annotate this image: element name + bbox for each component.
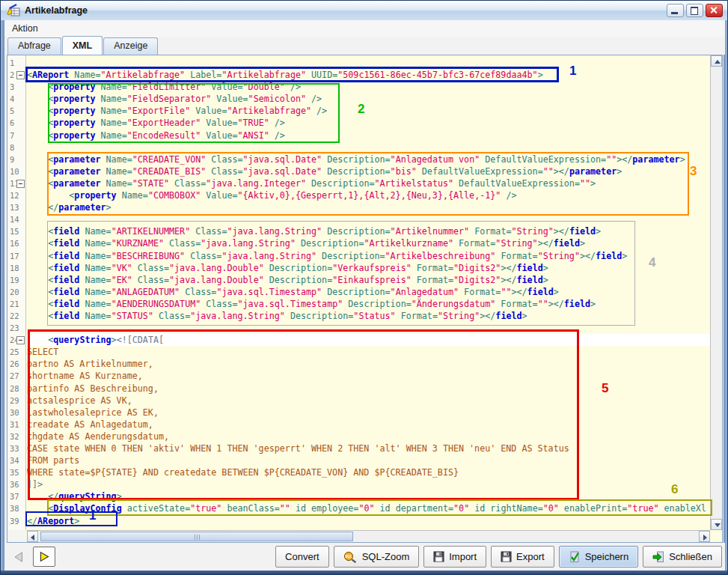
code-token: "" xyxy=(606,154,617,165)
code-line[interactable] xyxy=(27,322,710,334)
code-token: ></ xyxy=(548,299,564,309)
code-token: "java.lang.String" xyxy=(221,251,316,261)
speichern-button[interactable]: Speichern xyxy=(559,546,639,568)
code-token: ></ xyxy=(538,238,554,249)
code-line[interactable]: WHERE state=$P{STATE} AND createdate BET… xyxy=(27,466,710,478)
code-line[interactable]: </parameter> xyxy=(27,201,710,213)
code-token: field xyxy=(53,299,79,309)
code-line[interactable]: <field Name="AENDERUNGSDATUM" Class="jav… xyxy=(27,298,710,310)
code-line[interactable]: lastwholesaleprice AS EK, xyxy=(27,407,710,419)
sql-zoom-button[interactable]: SQLSQL-Zoom xyxy=(334,546,420,568)
line-number: 37 xyxy=(10,492,19,501)
code-line[interactable]: <property Name="ExportHeader" Value="TRU… xyxy=(27,117,710,129)
import-button[interactable]: Import xyxy=(423,546,486,568)
code-token xyxy=(27,275,48,285)
window-frame-left xyxy=(1,20,4,574)
nav-back-button[interactable] xyxy=(7,547,30,567)
line-number: 6 xyxy=(10,118,14,127)
code-line[interactable]: <property Name="FieldLimitter" Value="Do… xyxy=(27,81,710,93)
code-token: Name= xyxy=(101,178,132,189)
scroll-left-button[interactable] xyxy=(27,531,38,542)
tab-abfrage[interactable]: Abfrage xyxy=(7,37,61,55)
code-token: parameter xyxy=(569,166,617,177)
scroll-up-button[interactable] xyxy=(711,55,722,67)
code-token: /> xyxy=(306,94,322,104)
fold-toggle-icon[interactable]: − xyxy=(16,336,25,344)
minimize-button[interactable] xyxy=(667,4,684,17)
code-token: Name= xyxy=(96,106,127,116)
code-line[interactable]: <AReport Name="Artikelabfrage" Label="Ar… xyxy=(27,69,710,81)
code-line[interactable]: shortname AS Kurzname, xyxy=(27,370,710,382)
code-token: Name= xyxy=(96,130,127,141)
code-line[interactable]: <field Name="EK" Class="java.lang.Double… xyxy=(27,274,710,286)
code-line[interactable]: <field Name="KURZNAME" Class="java.lang.… xyxy=(27,237,710,249)
code-token: ></ xyxy=(501,275,516,285)
fold-toggle-icon[interactable]: − xyxy=(16,180,25,188)
code-line[interactable] xyxy=(27,142,710,153)
code-line[interactable]: </AReport> xyxy=(27,515,710,527)
scroll-down-button[interactable] xyxy=(711,519,722,530)
code-line[interactable]: <parameter Name="CREADATE_BIS" Class="ja… xyxy=(27,165,710,177)
code-line[interactable]: creadate AS Anlagedatum, xyxy=(27,419,710,431)
code-token: Name= xyxy=(79,299,111,309)
scroll-right-button[interactable] xyxy=(699,531,710,542)
code-token: property xyxy=(53,130,95,141)
code-token: Name= xyxy=(101,154,132,165)
gutter-row: 16 xyxy=(7,237,25,249)
code-line[interactable]: <property Name="COMBOBOX" Value="{Aktiv,… xyxy=(27,189,710,201)
horizontal-scrollbar[interactable] xyxy=(27,530,710,542)
code-line[interactable] xyxy=(27,57,710,69)
code-token: "" xyxy=(543,166,554,177)
code-area[interactable]: <AReport Name="Artikelabfrage" Label="Ar… xyxy=(27,55,710,530)
tab-xml[interactable]: XML xyxy=(62,36,103,55)
code-line[interactable]: <field Name="ANLAGEDATUM" Class="java.sq… xyxy=(27,286,710,298)
gutter-row: 13 xyxy=(7,201,25,213)
code-line[interactable]: <parameter Name="STATE" Class="java.lang… xyxy=(27,177,710,189)
code-line[interactable]: <queryString><![CDATA[ xyxy=(27,334,710,346)
code-line[interactable]: <field Name="ARTIKELNUMMER" Class="java.… xyxy=(27,225,710,237)
code-token: ></ xyxy=(480,311,495,321)
titlebar[interactable]: Artikelabfrage xyxy=(1,1,728,21)
code-line[interactable]: <property Name="FieldSeparator" Value="S… xyxy=(27,93,710,105)
code-line[interactable]: <property Name="ExportFile" Value="Artik… xyxy=(27,105,710,117)
code-line[interactable]: <field Name="BESCHREIBUNG" Class="java.l… xyxy=(27,250,710,262)
export-button[interactable]: Export xyxy=(491,546,554,568)
code-token: Description= xyxy=(343,299,411,309)
convert-button[interactable]: Convert xyxy=(275,546,329,568)
vertical-scrollbar[interactable] xyxy=(710,55,722,530)
code-line[interactable]: chgdate AS Aenderungsdatum, xyxy=(27,431,710,442)
code-token: </ xyxy=(48,202,58,213)
code-token: "0" xyxy=(358,503,374,514)
code-line[interactable]: SELECT xyxy=(27,346,710,358)
code-token: <![CDATA[ xyxy=(117,335,164,345)
code-line[interactable]: <DisplayConfig activeState="true" beanCl… xyxy=(27,502,710,514)
code-line[interactable] xyxy=(27,213,710,225)
code-line[interactable]: <parameter Name="CREADATE_VON" Class="ja… xyxy=(27,153,710,165)
code-line[interactable]: <field Name="VK" Class="java.lang.Double… xyxy=(27,262,710,274)
code-line[interactable]: <field Name="STATUS" Class="java.lang.St… xyxy=(27,310,710,322)
floppy-icon xyxy=(433,551,444,562)
nav-forward-button[interactable] xyxy=(33,547,55,567)
code-line[interactable]: FROM parts xyxy=(27,454,710,466)
code-token: "Artikelstatus" xyxy=(375,178,454,189)
line-number: 23 xyxy=(10,323,19,332)
code-line[interactable]: </queryString> xyxy=(27,490,710,502)
code-token: id rightName= xyxy=(469,503,543,514)
code-token: "VK" xyxy=(111,263,132,273)
schliessen-button[interactable]: Schließen xyxy=(643,546,722,568)
horizontal-scrollbar-thumb[interactable] xyxy=(40,532,353,541)
code-line[interactable]: partinfo AS Beschreibung, xyxy=(27,383,710,395)
code-token: field xyxy=(517,275,543,285)
menu-aktion[interactable]: Aktion xyxy=(6,22,44,35)
code-line[interactable]: <property Name="EncodeResult" Value="ANS… xyxy=(27,130,710,142)
code-line[interactable]: CASE state WHEN 0 THEN 'aktiv' WHEN 1 TH… xyxy=(27,442,710,454)
code-line[interactable]: partno AS Artikelnummer, xyxy=(27,358,710,370)
code-token: "Artikelkurzname" xyxy=(364,238,453,249)
tab-anzeige[interactable]: Anzeige xyxy=(103,37,158,55)
code-line[interactable]: actsalesprice AS VK, xyxy=(27,395,710,407)
code-token: Name= xyxy=(79,238,111,249)
maximize-button[interactable] xyxy=(686,4,703,17)
fold-toggle-icon[interactable]: − xyxy=(16,71,25,79)
code-line[interactable]: ]]> xyxy=(27,478,710,490)
close-button[interactable] xyxy=(706,4,723,17)
